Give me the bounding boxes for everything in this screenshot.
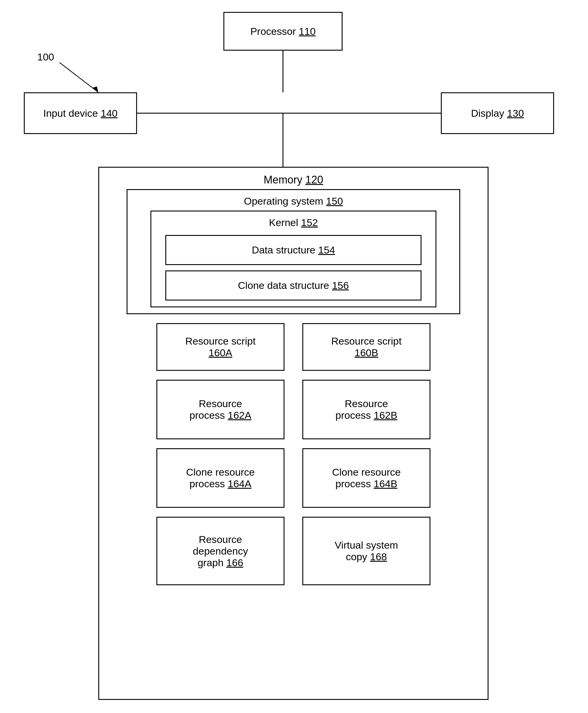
os-ref: 150	[326, 195, 343, 207]
os-label: Operating system	[244, 195, 326, 207]
svg-line-4	[60, 63, 98, 92]
resource-dependency-graph-label: Resourcedependencygraph 166	[193, 534, 248, 569]
clone-resource-process-a-label: Clone resourceprocess 164A	[186, 466, 255, 490]
svg-marker-5	[92, 86, 98, 92]
display-label: Display 130	[471, 107, 524, 120]
label-100: 100	[37, 51, 54, 63]
processor-label: Processor 110	[250, 25, 315, 38]
resource-process-a-ref: 162A	[228, 410, 251, 421]
input-device-box: Input device 140	[24, 92, 137, 134]
clone-data-structure-label: Clone data structure	[238, 280, 332, 291]
display-ref: 130	[507, 107, 524, 119]
resource-dependency-graph-ref: 166	[226, 557, 243, 568]
resource-script-b-label: Resource script160B	[331, 335, 401, 359]
resource-process-b-label: Resourceprocess 162B	[335, 398, 397, 421]
kernel-label: Kernel	[269, 217, 301, 228]
resource-process-a-label: Resourceprocess 162A	[189, 398, 251, 421]
clone-data-structure-ref: 156	[332, 280, 349, 291]
resource-script-a-label: Resource script160A	[185, 335, 256, 359]
diagram-container: 100 Processor 110 Input device 140 Displ…	[0, 0, 588, 713]
data-structure-label: Data structure	[252, 244, 318, 255]
data-structure-ref: 154	[318, 244, 335, 255]
input-device-label: Input device 140	[43, 107, 118, 120]
processor-ref: 110	[299, 26, 316, 37]
resource-process-b-ref: 162B	[374, 410, 397, 421]
virtual-system-copy-ref: 168	[370, 551, 387, 562]
virtual-system-copy-label: Virtual systemcopy 168	[335, 539, 398, 563]
memory-ref: 120	[305, 174, 323, 186]
clone-resource-process-b-label: Clone resourceprocess 164B	[332, 466, 401, 490]
resource-script-a-ref: 160A	[209, 347, 232, 358]
input-device-ref: 140	[101, 107, 118, 119]
clone-resource-process-a-ref: 164A	[228, 478, 251, 489]
clone-resource-process-b-ref: 164B	[374, 478, 397, 489]
memory-box: Memory 120 Operating system 150 Kernel 1…	[98, 167, 488, 700]
kernel-ref: 152	[301, 217, 318, 228]
resource-script-b-ref: 160B	[355, 347, 378, 358]
display-box: Display 130	[441, 92, 554, 134]
memory-label: Memory	[264, 174, 305, 186]
processor-box: Processor 110	[224, 12, 342, 50]
